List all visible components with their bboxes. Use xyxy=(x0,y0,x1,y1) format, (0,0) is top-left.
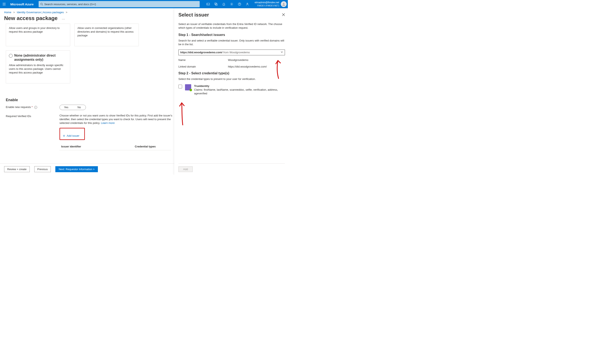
feedback-icon[interactable] xyxy=(243,0,251,8)
combo-selected-value: https://did.woodgrovedemo.com/ xyxy=(180,51,222,54)
step2-description: Select the credential types to present t… xyxy=(178,77,285,81)
chevron-right-icon: > xyxy=(13,11,15,14)
credential-thumb-icon xyxy=(185,84,191,90)
card-text: Allow users in connected organizations (… xyxy=(78,27,134,37)
option-title: None (administrator direct assignments o… xyxy=(14,53,67,62)
required-verified-ids-label: Required Verified IDs xyxy=(6,114,60,118)
cloud-shell-icon[interactable] xyxy=(204,0,212,8)
svg-rect-5 xyxy=(207,3,210,5)
step2-title: Step 2 - Select credential type(s) xyxy=(178,71,285,75)
card-directory-users[interactable]: Allow users and groups in your directory… xyxy=(6,24,70,46)
step1-title: Step 1 - Search/select issuers xyxy=(178,33,285,37)
yes-no-toggle[interactable]: Yes No xyxy=(60,105,86,110)
svg-line-4 xyxy=(42,5,43,5)
linked-domain-value: https://did.woodgrovedemo.com/ xyxy=(228,65,267,69)
info-icon[interactable]: i xyxy=(34,106,37,109)
help-icon[interactable] xyxy=(236,0,243,8)
directory-switch-icon[interactable] xyxy=(212,0,220,8)
settings-icon[interactable] xyxy=(228,0,236,8)
breadcrumb-governance[interactable]: Identity Governance | Access packages xyxy=(17,11,64,14)
credential-title: TrueIdentity xyxy=(194,84,285,88)
enable-label: Enable new requests xyxy=(6,106,31,109)
linked-domain-label: Linked domain xyxy=(178,65,228,69)
page-title: New access package xyxy=(4,15,58,21)
select-issuer-panel: Select issuer Select an issuer of verifi… xyxy=(174,8,288,175)
combo-selected-sub: from Woodgrovedemo xyxy=(223,51,250,54)
credential-claims: Claims: firstName, lastName, scanneddoc,… xyxy=(194,88,285,95)
tenant-name: FIMDEV (FIMDEV.NET) xyxy=(255,4,279,7)
svg-point-3 xyxy=(41,3,43,5)
name-value: Woodgrovedemo xyxy=(228,58,248,62)
radio-unselected-icon[interactable] xyxy=(9,54,13,58)
top-icon-bar xyxy=(204,0,251,8)
next-button[interactable]: Next: Requestor Information > xyxy=(55,166,98,172)
more-actions-icon[interactable]: … xyxy=(62,17,65,20)
user-email: elmadmin@fimdev.net xyxy=(255,1,279,4)
highlight-annotation: Add issuer xyxy=(60,128,85,140)
close-icon[interactable] xyxy=(282,13,285,17)
hamburger-menu-icon[interactable] xyxy=(0,2,8,6)
required-asterisk: * xyxy=(32,106,33,109)
toggle-yes[interactable]: Yes xyxy=(60,105,73,110)
chevron-down-icon xyxy=(281,51,283,54)
col-issuer-identifier: Issuer identifier xyxy=(61,145,81,148)
credential-checkbox[interactable] xyxy=(178,85,182,88)
name-label: Name xyxy=(178,58,228,62)
add-button-disabled: Add xyxy=(178,166,193,172)
user-account[interactable]: elmadmin@fimdev.net FIMDEV (FIMDEV.NET) xyxy=(251,1,288,7)
toggle-no[interactable]: No xyxy=(73,105,86,110)
avatar-icon xyxy=(281,1,287,7)
panel-title: Select issuer xyxy=(178,12,209,18)
brand-label: Microsoft Azure xyxy=(8,2,38,6)
card-none-option[interactable]: None (administrator direct assignments o… xyxy=(6,50,70,83)
search-icon xyxy=(40,3,43,6)
notifications-icon[interactable] xyxy=(220,0,228,8)
svg-point-14 xyxy=(283,3,284,4)
learn-more-link[interactable]: Learn more xyxy=(101,121,115,124)
panel-intro: Select an issuer of verifiable credentia… xyxy=(178,22,285,30)
chevron-right-icon: > xyxy=(66,11,68,14)
review-create-button[interactable]: Review + create xyxy=(4,166,30,172)
col-credential-types: Credential types xyxy=(135,145,156,148)
card-connected-orgs[interactable]: Allow users in connected organizations (… xyxy=(74,24,139,46)
add-issuer-button[interactable]: Add issuer xyxy=(62,133,81,139)
global-search[interactable] xyxy=(39,1,200,7)
previous-button[interactable]: Previous xyxy=(34,166,51,172)
search-input[interactable] xyxy=(44,3,198,6)
svg-point-10 xyxy=(231,4,232,5)
add-issuer-label: Add issuer xyxy=(67,134,79,137)
top-bar: Microsoft Azure elmadmin@fimdev.net FIMD… xyxy=(0,0,288,8)
step1-description: Search for and select a verifiable crede… xyxy=(178,39,285,46)
svg-point-13 xyxy=(247,3,248,4)
verified-ids-description: Choose whether or not you want users to … xyxy=(60,114,172,124)
card-text: Allow users and groups in your directory… xyxy=(9,27,60,33)
breadcrumb-home[interactable]: Home xyxy=(4,11,11,14)
plus-icon xyxy=(62,134,65,137)
issuer-combobox[interactable]: https://did.woodgrovedemo.com/ from Wood… xyxy=(178,50,285,55)
issuer-table-header: Issuer identifier Credential types xyxy=(60,143,171,150)
credential-type-item: TrueIdentity Claims: firstName, lastName… xyxy=(178,84,285,95)
option-description: Allow administrators to directly assign … xyxy=(9,63,67,75)
